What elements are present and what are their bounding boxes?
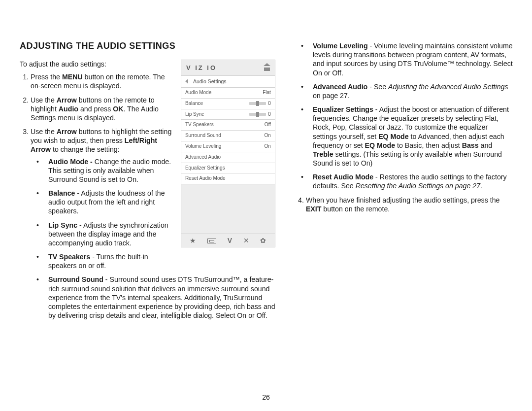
osd-row: Reset Audio Mode — [181, 173, 275, 184]
page-number: 26 — [0, 393, 532, 402]
bullet-surround: Surround Sound - Surround sound uses DTS… — [42, 275, 277, 320]
slider-icon: 0 — [249, 101, 271, 107]
slider-icon: 0 — [249, 111, 271, 118]
onscreen-menu-mock: V IZ IO Audio Settings Audio ModeFlat Ba… — [181, 60, 275, 247]
column-right: Volume Leveling - Volume leveling mainta… — [295, 31, 513, 325]
manual-page: ADJUSTING THE AUDIO SETTINGS V IZ IO Aud… — [0, 0, 532, 411]
osd-row: Lip Sync0 — [181, 109, 275, 120]
v-icon: V — [228, 237, 232, 244]
section-heading: ADJUSTING THE AUDIO SETTINGS — [20, 40, 277, 52]
settings-bullets-cont: Volume Leveling - Volume leveling mainta… — [295, 41, 513, 191]
osd-footer: ★ V ✕ ✿ — [181, 234, 275, 247]
step-4: When you have finished adjusting the aud… — [306, 196, 513, 213]
home-icon — [264, 65, 270, 71]
osd-row: Volume LevelingOn — [181, 141, 275, 152]
bullet-volume-leveling: Volume Leveling - Volume leveling mainta… — [307, 41, 513, 77]
osd-row: Balance0 — [181, 99, 275, 109]
osd-title-row: Audio Settings — [181, 75, 275, 88]
osd-row: TV SpeakersOff — [181, 120, 275, 131]
star-icon: ★ — [190, 237, 196, 244]
bullet-reset-audio: Reset Audio Mode - Restores the audio se… — [307, 172, 513, 190]
steps-list-cont: When you have finished adjusting the aud… — [295, 196, 513, 213]
gear-icon: ✿ — [260, 237, 266, 244]
osd-title: Audio Settings — [193, 78, 227, 85]
close-icon: ✕ — [243, 237, 249, 244]
osd-row: Surround SoundOn — [181, 131, 275, 141]
osd-row: Advanced Audio — [181, 152, 275, 163]
osd-row: Audio ModeFlat — [181, 88, 275, 99]
bullet-equalizer: Equalizer Settings - Adjust the boost or… — [307, 105, 513, 168]
vizio-logo: V IZ IO — [186, 64, 217, 72]
column-left: ADJUSTING THE AUDIO SETTINGS V IZ IO Aud… — [20, 31, 277, 325]
wide-icon — [207, 239, 216, 243]
osd-row: Equalizer Settings — [181, 163, 275, 174]
back-triangle-icon — [185, 79, 188, 84]
bullet-tv-speakers: TV Speakers - Turns the built-in speaker… — [42, 252, 277, 270]
bullet-advanced-audio: Advanced Audio - See Adjusting the Advan… — [307, 82, 513, 100]
